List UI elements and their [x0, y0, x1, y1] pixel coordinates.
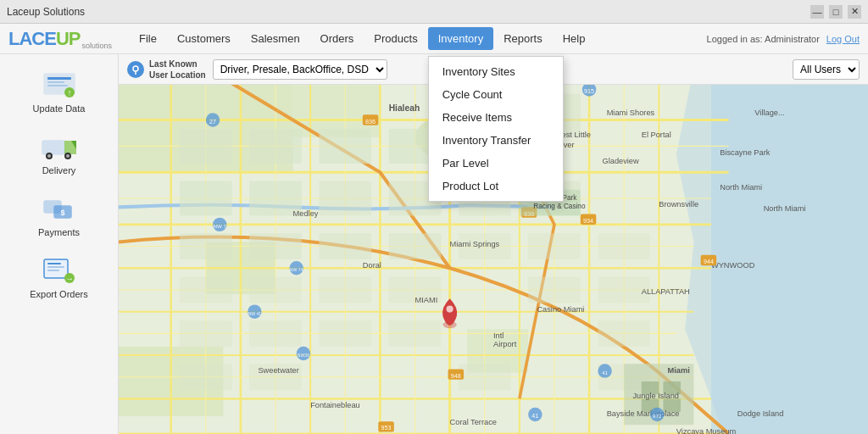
svg-rect-83: [180, 320, 232, 347]
dropdown-inventory-transfer[interactable]: Inventory Transfer: [429, 129, 563, 152]
svg-text:North Miami: North Miami: [720, 183, 762, 192]
logout-link[interactable]: Log Out: [826, 34, 860, 44]
svg-text:Doral: Doral: [363, 261, 381, 270]
payments-icon: $: [41, 193, 78, 224]
svg-text:Intl: Intl: [493, 331, 504, 340]
svg-text:Bayside Marketplace: Bayside Marketplace: [607, 409, 680, 418]
svg-text:El Portal: El Portal: [642, 131, 671, 139]
dropdown-par-level[interactable]: Par Level: [429, 152, 563, 175]
logo-up: UP: [56, 28, 81, 50]
svg-rect-92: [528, 277, 581, 303]
svg-rect-62: [180, 129, 232, 164]
svg-text:↑: ↑: [67, 88, 71, 97]
svg-rect-94: [598, 320, 650, 347]
svg-rect-3: [47, 85, 68, 86]
svg-text:Airport: Airport: [493, 340, 517, 348]
dropdown-inventory-sites[interactable]: Inventory Sites: [429, 60, 563, 83]
inventory-menu-wrapper: Inventory Inventory Sites Cycle Count Re…: [428, 32, 493, 45]
menu-help[interactable]: Help: [553, 27, 596, 50]
svg-text:Vizcaya Museum: Vizcaya Museum: [676, 427, 737, 434]
dropdown-receive-items[interactable]: Receive Items: [429, 106, 563, 129]
user-label: Logged in as: Administrator: [707, 34, 820, 44]
svg-rect-89: [459, 364, 511, 390]
menu-inventory[interactable]: Inventory: [428, 27, 493, 50]
menu-orders[interactable]: Orders: [310, 27, 364, 50]
sidebar-label-delivery: Delivery: [42, 165, 76, 175]
dropdown-product-lot[interactable]: Product Lot: [429, 175, 563, 198]
title-bar-buttons: — □ ✕: [810, 5, 861, 19]
svg-text:Sweetwater: Sweetwater: [258, 366, 298, 375]
location-icon: [127, 61, 144, 78]
sidebar-item-delivery[interactable]: Delivery: [8, 125, 110, 182]
menu-bar: LACEUP solutions File Customers Salesmen…: [0, 24, 868, 54]
svg-point-22: [133, 66, 138, 71]
svg-text:WYNWOOD: WYNWOOD: [711, 261, 755, 270]
close-button[interactable]: ✕: [848, 5, 861, 19]
svg-text:948: 948: [451, 372, 461, 380]
svg-text:944: 944: [704, 258, 714, 265]
menu-customers[interactable]: Customers: [167, 27, 241, 50]
svg-point-172: [446, 305, 453, 312]
svg-rect-91: [598, 233, 650, 259]
svg-rect-80: [319, 277, 371, 303]
svg-rect-64: [180, 181, 232, 215]
svg-text:Coral Terrace: Coral Terrace: [450, 418, 497, 426]
menu-salesmen[interactable]: Salesmen: [241, 27, 310, 50]
svg-text:Gladeview: Gladeview: [602, 157, 639, 165]
svg-rect-1: [47, 77, 71, 80]
svg-rect-19: [47, 270, 59, 271]
svg-rect-74: [180, 233, 232, 259]
svg-rect-79: [249, 277, 302, 303]
inventory-dropdown: Inventory Sites Cycle Count Receive Item…: [428, 56, 564, 202]
maximize-button[interactable]: □: [829, 5, 843, 19]
svg-text:Hialeah: Hialeah: [389, 103, 420, 113]
minimize-button[interactable]: —: [810, 5, 824, 19]
title-bar: Laceup Solutions — □ ✕: [0, 0, 868, 24]
svg-rect-6: [42, 141, 64, 154]
svg-text:Miami: Miami: [668, 366, 690, 375]
menu-file[interactable]: File: [129, 27, 167, 50]
svg-rect-16: [44, 259, 68, 278]
svg-point-12: [66, 154, 70, 158]
sidebar-item-payments[interactable]: $ Payments: [8, 186, 110, 244]
svg-text:NW 41: NW 41: [248, 311, 262, 316]
update-data-icon: ↑: [41, 70, 78, 100]
svg-text:$: $: [60, 209, 64, 217]
svg-rect-17: [47, 263, 61, 264]
svg-rect-76: [319, 233, 371, 259]
sidebar-label-export-orders: Export Orders: [30, 289, 87, 299]
delivery-icon: [41, 131, 78, 162]
svg-text:953: 953: [381, 424, 392, 431]
users-select[interactable]: All Users: [793, 59, 860, 80]
dropdown-cycle-count[interactable]: Cycle Count: [429, 83, 563, 106]
svg-rect-86: [389, 320, 442, 347]
location-badge: Last Known User Location: [127, 58, 206, 81]
svg-text:915: 915: [584, 87, 594, 95]
svg-text:Fontainebleau: Fontainebleau: [310, 401, 360, 409]
menu-products[interactable]: Products: [364, 27, 427, 50]
svg-rect-87: [180, 364, 232, 390]
svg-text:Brownsville: Brownsville: [659, 200, 698, 209]
logo-solutions: solutions: [81, 42, 112, 50]
svg-text:Racing & Casino: Racing & Casino: [533, 203, 586, 210]
svg-rect-77: [389, 233, 442, 259]
export-orders-icon: →: [41, 255, 78, 286]
svg-text:934: 934: [583, 217, 593, 225]
sidebar: ↑ Update Data Delivery: [0, 54, 119, 434]
svg-text:NW 7: NW 7: [214, 223, 227, 229]
svg-text:MIAMI: MIAMI: [415, 296, 437, 304]
svg-text:Biscayne Park: Biscayne Park: [720, 148, 770, 157]
menu-reports[interactable]: Reports: [493, 27, 553, 50]
sidebar-label-update-data: Update Data: [33, 103, 86, 114]
svg-text:27: 27: [209, 118, 216, 125]
svg-text:836: 836: [365, 118, 376, 125]
filter-select[interactable]: Driver, Presale, BackOffice, DSD: [213, 59, 387, 80]
sidebar-item-update-data[interactable]: ↑ Update Data: [8, 63, 110, 120]
sidebar-item-export-orders[interactable]: → Export Orders: [8, 248, 110, 306]
svg-text:Miami Springs: Miami Springs: [450, 240, 500, 248]
svg-rect-90: [528, 233, 581, 259]
svg-text:Dodge Island: Dodge Island: [737, 409, 784, 418]
svg-rect-66: [319, 129, 371, 164]
svg-point-10: [47, 154, 51, 158]
sidebar-label-payments: Payments: [38, 227, 80, 237]
